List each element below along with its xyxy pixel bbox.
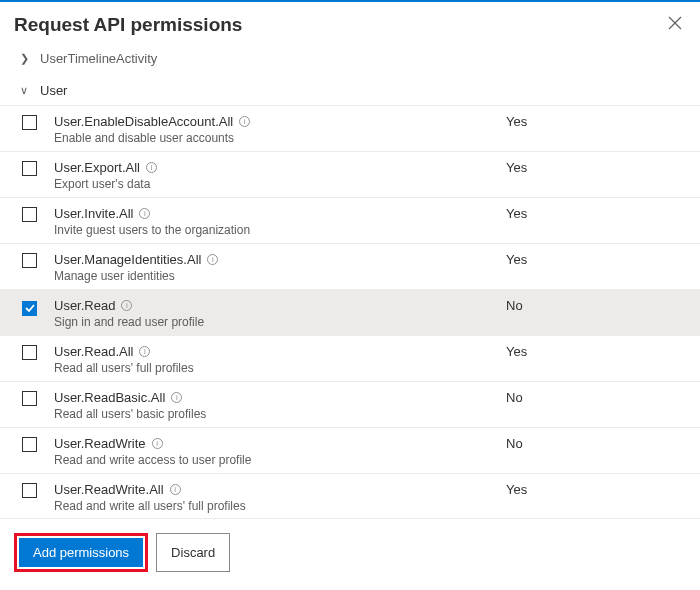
permission-name: User.ManageIdentities.All xyxy=(54,252,201,267)
admin-consent-required: Yes xyxy=(506,204,686,221)
permission-description: Export user's data xyxy=(54,177,496,191)
permission-row[interactable]: User.Read.AlliRead all users' full profi… xyxy=(0,336,700,382)
info-icon[interactable]: i xyxy=(170,484,181,495)
info-icon[interactable]: i xyxy=(239,116,250,127)
permission-description: Read all users' basic profiles xyxy=(54,407,496,421)
permission-name: User.ReadWrite xyxy=(54,436,146,451)
permission-checkbox[interactable] xyxy=(22,483,37,498)
close-icon[interactable] xyxy=(664,12,686,37)
section-usertimelineactivity[interactable]: ❯ UserTimelineActivity xyxy=(0,45,700,72)
permission-name: User.ReadWrite.All xyxy=(54,482,164,497)
chevron-down-icon: ∨ xyxy=(20,84,30,97)
permission-checkbox[interactable] xyxy=(22,437,37,452)
permission-description: Invite guest users to the organization xyxy=(54,223,496,237)
permission-name: User.EnableDisableAccount.All xyxy=(54,114,233,129)
section-label: UserTimelineActivity xyxy=(40,51,157,66)
permission-row[interactable]: User.ReadWrite.AlliRead and write all us… xyxy=(0,474,700,520)
admin-consent-required: No xyxy=(506,434,686,451)
info-icon[interactable]: i xyxy=(139,208,150,219)
info-icon[interactable]: i xyxy=(146,162,157,173)
permission-checkbox[interactable] xyxy=(22,207,37,222)
permission-description: Sign in and read user profile xyxy=(54,315,496,329)
permission-row[interactable]: User.ReadBasic.AlliRead all users' basic… xyxy=(0,382,700,428)
permission-row[interactable]: User.ReadiSign in and read user profileN… xyxy=(0,290,700,336)
permission-row[interactable]: User.ManageIdentities.AlliManage user id… xyxy=(0,244,700,290)
footer: Add permissions Discard xyxy=(0,518,700,590)
info-icon[interactable]: i xyxy=(152,438,163,449)
permission-checkbox[interactable] xyxy=(22,391,37,406)
permission-description: Manage user identities xyxy=(54,269,496,283)
permission-name: User.Invite.All xyxy=(54,206,133,221)
permission-checkbox[interactable] xyxy=(22,301,37,316)
admin-consent-required: No xyxy=(506,388,686,405)
permission-description: Enable and disable user accounts xyxy=(54,131,496,145)
admin-consent-required: Yes xyxy=(506,342,686,359)
discard-button[interactable]: Discard xyxy=(156,533,230,572)
add-permissions-button[interactable]: Add permissions xyxy=(19,538,143,567)
permission-name: User.Read xyxy=(54,298,115,313)
permission-name: User.ReadBasic.All xyxy=(54,390,165,405)
permission-row[interactable]: User.Export.AlliExport user's dataYes xyxy=(0,152,700,198)
info-icon[interactable]: i xyxy=(207,254,218,265)
permission-name: User.Read.All xyxy=(54,344,133,359)
highlight-annotation: Add permissions xyxy=(14,533,148,572)
permission-description: Read and write access to user profile xyxy=(54,453,496,467)
permission-checkbox[interactable] xyxy=(22,253,37,268)
info-icon[interactable]: i xyxy=(139,346,150,357)
section-user[interactable]: ∨ User xyxy=(0,76,700,106)
permission-row[interactable]: User.EnableDisableAccount.AlliEnable and… xyxy=(0,106,700,152)
permission-checkbox[interactable] xyxy=(22,345,37,360)
permission-row[interactable]: User.Invite.AlliInvite guest users to th… xyxy=(0,198,700,244)
admin-consent-required: Yes xyxy=(506,158,686,175)
permission-checkbox[interactable] xyxy=(22,115,37,130)
permission-description: Read and write all users' full profiles xyxy=(54,499,496,513)
permission-checkbox[interactable] xyxy=(22,161,37,176)
admin-consent-required: Yes xyxy=(506,480,686,497)
chevron-right-icon: ❯ xyxy=(20,52,30,65)
admin-consent-required: Yes xyxy=(506,112,686,129)
admin-consent-required: Yes xyxy=(506,250,686,267)
section-label: User xyxy=(40,83,67,98)
admin-consent-required: No xyxy=(506,296,686,313)
page-title: Request API permissions xyxy=(14,14,664,36)
info-icon[interactable]: i xyxy=(171,392,182,403)
permission-name: User.Export.All xyxy=(54,160,140,175)
permission-description: Read all users' full profiles xyxy=(54,361,496,375)
permission-row[interactable]: User.ReadWriteiRead and write access to … xyxy=(0,428,700,474)
info-icon[interactable]: i xyxy=(121,300,132,311)
